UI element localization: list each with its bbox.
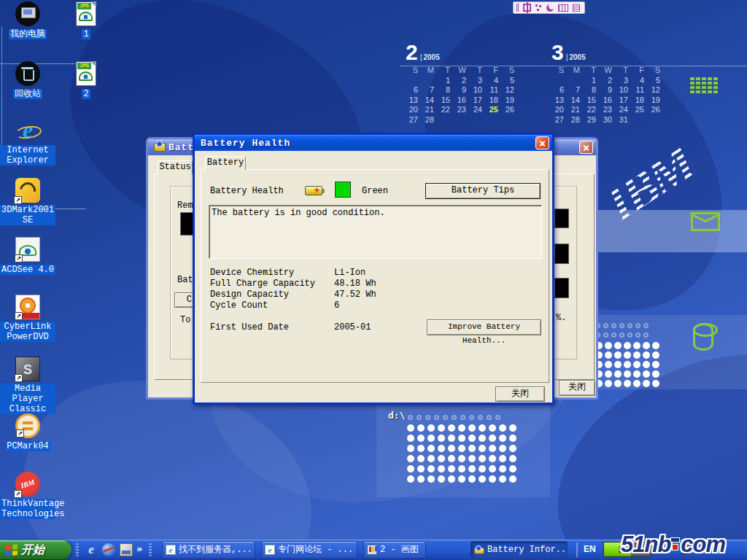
calendar-weekday: S	[502, 66, 518, 76]
keyboard-icon[interactable]	[558, 4, 568, 12]
health-status-text: Green	[362, 186, 388, 197]
dot-filled	[458, 424, 465, 432]
desktop-icon-cyberlink-powerdvd[interactable]: ↗CyberLink PowerDVD	[0, 295, 55, 342]
desktop-icon-label: 我的电脑	[9, 29, 47, 39]
dot-outline	[460, 415, 465, 420]
desktop-icon-jpg-file-1[interactable]: JPG1	[58, 1, 114, 39]
calendar-grid: SMTWTFS123456789101112131415161718192021…	[406, 66, 521, 125]
task-button-label: 专门网论坛 - ...	[278, 542, 353, 558]
close-icon[interactable]	[579, 141, 593, 154]
task-button--[interactable]: 找不到服务器,...	[162, 541, 255, 559]
desktop-wallpaper: 22005 SMTWTFS123456789101112131415161718…	[0, 0, 747, 560]
calendar-day	[438, 115, 454, 125]
desktop-icon-recycle-bin[interactable]: 回收站	[0, 61, 55, 99]
calendar-day: 18	[632, 96, 648, 106]
calendar-day: 1	[438, 76, 454, 86]
dot-filled	[458, 475, 465, 483]
halfmoon-icon[interactable]	[546, 4, 554, 12]
battery-field-row: Device ChemistryLi-Ion	[210, 268, 376, 279]
quick-launch-chevron[interactable]: »	[136, 542, 142, 556]
calendar-weekday: W	[600, 66, 616, 76]
dot-filled	[489, 435, 496, 442]
calendar-day	[632, 115, 648, 125]
dot-filled	[407, 465, 414, 472]
dot-filled	[427, 465, 435, 472]
close-button[interactable]: 关闭	[495, 386, 545, 402]
dot-filled	[427, 435, 435, 442]
battery-tips-button[interactable]: Battery Tips	[425, 183, 541, 199]
browser-globe-icon[interactable]	[102, 543, 115, 556]
status-box-2	[554, 244, 569, 264]
show-desktop-icon[interactable]	[120, 543, 133, 556]
dot-outline	[443, 415, 448, 420]
drive-label: d:\	[388, 410, 405, 421]
calendar-day: 23	[600, 105, 616, 115]
start-button[interactable]: 开始	[0, 540, 71, 559]
dot-filled	[438, 465, 445, 472]
desktop-icon-acdsee-40[interactable]: ↗ACDSee 4.0	[0, 237, 55, 275]
calendar-day	[648, 115, 664, 125]
task-button-2-[interactable]: 2 - 画图	[363, 541, 426, 559]
calendar-day: 2	[454, 76, 470, 86]
dot-filled	[427, 455, 435, 462]
percent-text: %.	[556, 313, 566, 324]
dot-filled	[614, 370, 622, 378]
first-used-value: 2005-01	[334, 322, 371, 333]
battery-window-icon	[154, 143, 166, 152]
ie-icon[interactable]: e	[85, 543, 98, 556]
calendar-day: 3	[616, 76, 632, 86]
dot-outline	[611, 332, 616, 338]
desktop-icon-my-computer[interactable]: 我的电脑	[0, 1, 55, 39]
task-button-battery-infor-[interactable]: Battery Infor...	[471, 541, 568, 559]
dot-filled	[633, 361, 640, 368]
chinese-mode-icon[interactable]	[523, 4, 531, 12]
quick-launch-separator[interactable]	[149, 543, 152, 556]
battery-health-label: Battery Health	[210, 186, 284, 197]
ime-grip-handle[interactable]	[516, 4, 519, 12]
dot-filled	[652, 361, 659, 368]
tab-status[interactable]: Status	[158, 160, 193, 174]
punctuation-icon[interactable]	[535, 4, 542, 12]
battery-health-titlebar[interactable]: Battery Health	[195, 135, 552, 151]
paint-icon	[367, 545, 377, 555]
condition-textbox[interactable]: The battery is in good condition.	[209, 205, 542, 259]
calendar-day: 10	[470, 85, 486, 96]
desktop-icon-3dmark2001-se[interactable]: ↗3DMark2001 SE	[0, 178, 55, 225]
desktop-icon-thinkvantage[interactable]: ↗ThinkVantage Technologies	[0, 472, 55, 519]
desktop-icon-pcmark04[interactable]: ↗PCMark04	[0, 413, 55, 451]
dot-filled	[614, 351, 622, 359]
quick-launch-separator[interactable]	[76, 543, 79, 556]
desktop-icon-internet-explorer[interactable]: eInternet Explorer	[0, 118, 55, 166]
dot-filled	[417, 424, 425, 432]
calendar-weekday: T	[470, 66, 486, 76]
calendar-day: 9	[454, 85, 470, 96]
dot-outline	[627, 332, 632, 338]
calendar-day: 12	[502, 85, 518, 96]
dot-filled	[633, 351, 640, 359]
improve-battery-health-button[interactable]: Improve Battery Health...	[427, 319, 541, 335]
dot-filled	[417, 475, 425, 483]
dot-outline	[627, 323, 632, 328]
close-icon[interactable]	[535, 136, 549, 149]
tab-battery[interactable]: Battery	[205, 156, 246, 170]
dot-outline	[452, 415, 457, 420]
dot-filled	[509, 475, 516, 483]
dot-filled	[489, 455, 496, 462]
calendar-day: 15	[584, 96, 600, 106]
desktop-icon-label: PCMark04	[5, 441, 50, 451]
calendar-weekday: W	[454, 66, 470, 76]
close-button-back[interactable]: 关闭	[559, 380, 595, 396]
calendar-day: 21	[422, 105, 438, 115]
battery-health-title: Battery Health	[201, 138, 535, 149]
field-label: Device Chemistry	[210, 268, 334, 279]
menu-icon[interactable]	[573, 4, 580, 12]
dot-filled	[509, 455, 516, 462]
dot-outline	[619, 323, 624, 328]
task-button--[interactable]: 专门网论坛 - ...	[261, 541, 357, 559]
ime-language-bar[interactable]	[513, 1, 585, 14]
language-indicator[interactable]: EN	[584, 544, 596, 554]
dots-bottom	[406, 413, 518, 484]
dot-filled	[605, 370, 612, 378]
desktop-icon-media-player-classic[interactable]: ↗Media Player Classic	[0, 357, 55, 414]
desktop-icon-jpg-file-2[interactable]: JPG2	[58, 61, 114, 99]
